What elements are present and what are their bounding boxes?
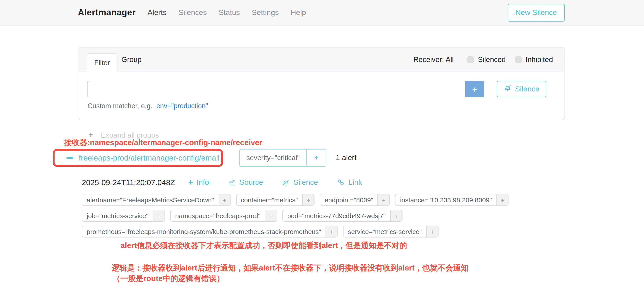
matcher-hint: Custom matcher, e.g.env="production" bbox=[88, 102, 208, 110]
label-text: namespace="freeleaps-prod" bbox=[171, 210, 265, 221]
add-label-matcher-button[interactable]: + bbox=[496, 194, 508, 206]
bell-slash-icon bbox=[504, 84, 511, 94]
label-chip: container="metrics" + bbox=[236, 194, 314, 206]
app-brand: Alertmanager bbox=[78, 8, 136, 18]
nav-item-silences[interactable]: Silences bbox=[178, 8, 207, 17]
alert-actions: + Info Source bbox=[188, 178, 362, 187]
navbar-inner: Alertmanager Alerts Silences Status Sett… bbox=[78, 4, 565, 21]
add-label-matcher-button[interactable]: + bbox=[265, 210, 277, 221]
annotation-receiver-format: 接收器:namespace/altermanager-config-name/r… bbox=[64, 137, 262, 148]
bell-slash-icon bbox=[282, 178, 290, 186]
label-chip: endpoint="8009" + bbox=[320, 194, 390, 206]
source-link-label: Source bbox=[240, 178, 263, 187]
silence-alert-button-label: Silence bbox=[294, 178, 318, 187]
annotation-line-2: 逻辑是：接收器收到alert后进行通知，如果alert不在接收器下，说明接收器没… bbox=[112, 262, 468, 273]
add-matcher-button[interactable]: + bbox=[465, 81, 484, 97]
new-silence-button[interactable]: New Silence bbox=[508, 4, 565, 21]
group-matcher-chip: severity="critical" + bbox=[239, 149, 326, 167]
tab-group[interactable]: Group bbox=[122, 56, 142, 64]
link-icon bbox=[337, 178, 345, 186]
plus-icon: + bbox=[188, 178, 193, 187]
alert-timestamp: 2025-09-24T11:20:07.048Z bbox=[82, 178, 175, 187]
alert-link-label: Link bbox=[348, 178, 362, 187]
label-chip: namespace="freeleaps-prod" + bbox=[170, 210, 277, 222]
inhibited-checkbox[interactable] bbox=[515, 56, 522, 63]
collapse-group-icon[interactable] bbox=[66, 157, 73, 159]
alertmanager-page: Alertmanager Alerts Silences Status Sett… bbox=[0, 0, 644, 296]
label-text: service="metrics-service" bbox=[344, 226, 426, 237]
nav-item-status[interactable]: Status bbox=[219, 8, 240, 17]
add-label-matcher-button[interactable]: + bbox=[302, 194, 314, 206]
nav-item-help[interactable]: Help bbox=[290, 8, 306, 17]
nav-item-alerts[interactable]: Alerts bbox=[148, 8, 167, 17]
matcher-hint-example-link[interactable]: env="production" bbox=[156, 102, 208, 110]
annotation-line-1: alert信息必须在接收器下才表示配置成功，否则即使能看到alert，但是通知是… bbox=[120, 240, 407, 251]
alert-group-row: freeleaps-prod/alertmanager-config/email… bbox=[53, 149, 356, 167]
label-text: alertname="FreeleapsMetricsServiceDown" bbox=[82, 194, 218, 206]
info-button-label: Info bbox=[197, 178, 209, 187]
chart-icon bbox=[228, 178, 236, 186]
alert-count: 1 alert bbox=[336, 154, 356, 162]
filter-panel-header: Filter Group Receiver: All Silenced Inhi… bbox=[78, 48, 564, 72]
label-chip: prometheus="freeleaps-monitoring-system/… bbox=[82, 226, 338, 238]
navbar: Alertmanager Alerts Silences Status Sett… bbox=[0, 0, 644, 26]
alert-meta-row: 2025-09-24T11:20:07.048Z + Info Source bbox=[82, 178, 362, 187]
add-label-matcher-button[interactable]: + bbox=[426, 226, 438, 237]
source-link[interactable]: Source bbox=[228, 178, 263, 187]
silence-button-label: Silence bbox=[515, 85, 540, 94]
silenced-checkbox[interactable] bbox=[468, 56, 474, 63]
label-text: prometheus="freeleaps-monitoring-system/… bbox=[82, 226, 326, 237]
add-label-matcher-button[interactable]: + bbox=[326, 226, 338, 237]
annotation-red-box: freeleaps-prod/alertmanager-config/email bbox=[53, 149, 223, 167]
label-text: instance="10.233.98.209:8009" bbox=[396, 194, 496, 206]
alert-labels: alertname="FreeleapsMetricsServiceDown" … bbox=[82, 194, 524, 238]
label-text: pod="metrics-77d9cdb497-wdsj7" bbox=[283, 210, 390, 221]
nav-item-settings[interactable]: Settings bbox=[252, 8, 279, 17]
add-label-matcher-button[interactable]: + bbox=[153, 210, 165, 221]
group-receiver-link[interactable]: freeleaps-prod/alertmanager-config/email bbox=[79, 153, 220, 162]
silence-alert-button[interactable]: Silence bbox=[282, 178, 318, 187]
label-chip: alertname="FreeleapsMetricsServiceDown" … bbox=[82, 194, 231, 206]
label-chip: pod="metrics-77d9cdb497-wdsj7" + bbox=[282, 210, 402, 222]
filter-panel-body: + Silence Custom matcher, e.g.env="produ… bbox=[78, 72, 564, 120]
label-text: job="metrics-service" bbox=[82, 210, 153, 221]
add-label-matcher-button[interactable]: + bbox=[378, 194, 390, 206]
group-matcher-text: severity="critical" bbox=[240, 154, 306, 162]
info-button[interactable]: + Info bbox=[188, 178, 209, 187]
silenced-checkbox-label[interactable]: Silenced bbox=[478, 56, 506, 64]
annotation-line-3: （一般是route中的逻辑有错误） bbox=[112, 273, 224, 284]
add-group-matcher-button[interactable]: + bbox=[306, 154, 326, 162]
alert-link[interactable]: Link bbox=[337, 178, 362, 187]
label-text: container="metrics" bbox=[236, 194, 302, 206]
add-label-matcher-button[interactable]: + bbox=[390, 210, 402, 221]
label-chip: service="metrics-service" + bbox=[343, 226, 438, 238]
matcher-input-row: + Silence bbox=[87, 81, 546, 97]
tab-filter[interactable]: Filter bbox=[87, 53, 118, 72]
filter-panel: Filter Group Receiver: All Silenced Inhi… bbox=[78, 47, 565, 120]
receiver-filter[interactable]: Receiver: All bbox=[413, 56, 454, 64]
matcher-input[interactable] bbox=[87, 81, 465, 97]
add-label-matcher-button[interactable]: + bbox=[218, 194, 230, 206]
label-text: endpoint="8009" bbox=[320, 194, 378, 206]
label-chip: instance="10.233.98.209:8009" + bbox=[395, 194, 509, 206]
filter-options: Receiver: All Silenced Inhibited bbox=[413, 56, 553, 64]
label-chip: job="metrics-service" + bbox=[82, 210, 165, 222]
matcher-hint-text: Custom matcher, e.g. bbox=[88, 102, 152, 110]
silence-button[interactable]: Silence bbox=[497, 81, 546, 97]
inhibited-checkbox-label[interactable]: Inhibited bbox=[526, 56, 553, 64]
